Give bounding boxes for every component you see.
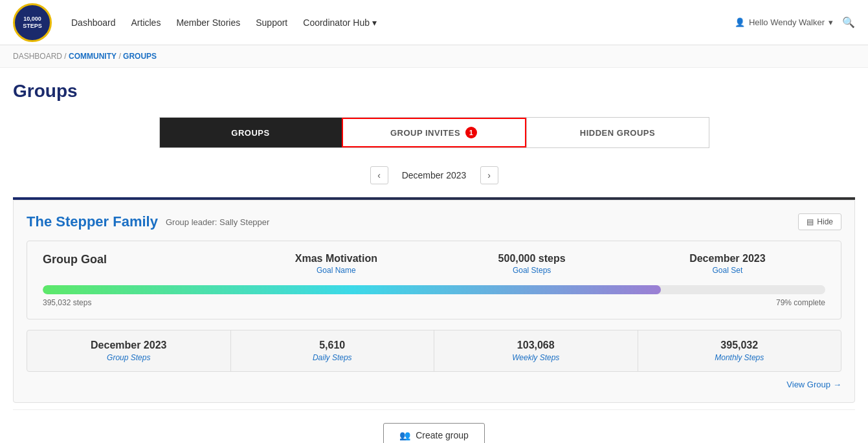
date-prev-button[interactable]: ‹: [370, 166, 388, 184]
goal-col-name: Xmas Motivation Goal Name: [238, 253, 434, 275]
user-menu[interactable]: 👤 Hello Wendy Walker ▾: [735, 17, 833, 27]
goal-col-set: December 2023 Goal Set: [630, 253, 825, 275]
tab-hidden-groups[interactable]: HIDDEN GROUPS: [526, 118, 709, 147]
stat-weekly-label: Weekly Steps: [445, 353, 627, 362]
tab-invites-label: GROUP INVITES: [390, 128, 460, 138]
nav-articles[interactable]: Articles: [131, 17, 161, 28]
chevron-down-icon: ▾: [372, 17, 377, 28]
breadcrumb-groups[interactable]: GROUPS: [123, 52, 157, 61]
tab-invites-badge: 1: [465, 127, 477, 138]
stat-daily-value: 5,610: [241, 340, 424, 351]
date-next-button[interactable]: ›: [480, 166, 498, 184]
stat-period-label: Group Steps: [38, 353, 220, 362]
nav-coordinator-hub[interactable]: Coordinator Hub ▾: [303, 17, 377, 28]
view-group-row: View Group →: [27, 380, 841, 389]
breadcrumb-community[interactable]: COMMUNITY: [69, 52, 117, 61]
arrow-right-icon: →: [833, 380, 841, 389]
group-leader: Group leader: Sally Stepper: [166, 217, 269, 227]
goal-col-title: Group Goal: [43, 253, 238, 269]
hide-label: Hide: [817, 217, 833, 226]
goal-col-steps: 500,000 steps Goal Steps: [434, 253, 630, 275]
progress-bar-fill: [43, 285, 661, 294]
create-group-section: 👥 Create group: [13, 409, 855, 443]
user-icon: 👤: [735, 17, 745, 27]
stat-monthly-label: Monthly Steps: [649, 353, 831, 362]
search-button[interactable]: 🔍: [842, 16, 855, 28]
main-nav: Dashboard Articles Member Stories Suppor…: [71, 17, 735, 28]
group-name-area: The Stepper Family Group leader: Sally S…: [27, 213, 269, 230]
view-group-link[interactable]: View Group →: [786, 380, 841, 389]
breadcrumb: DASHBOARD / COMMUNITY / GROUPS: [0, 45, 868, 68]
progress-percent: 79% complete: [776, 298, 825, 307]
create-group-label: Create group: [416, 430, 469, 440]
tab-group-invites[interactable]: GROUP INVITES 1: [342, 118, 526, 147]
goal-set-label: Goal Set: [630, 266, 825, 275]
goal-steps-label: Goal Steps: [434, 266, 630, 275]
header-right: 👤 Hello Wendy Walker ▾ 🔍: [735, 16, 855, 28]
nav-dashboard[interactable]: Dashboard: [71, 17, 116, 28]
date-label: December 2023: [399, 170, 470, 180]
progress-steps: 395,032 steps: [43, 298, 91, 307]
header: 10,000STEPS Dashboard Articles Member St…: [0, 0, 868, 45]
tabs-container: GROUPS GROUP INVITES 1 HIDDEN GROUPS: [13, 117, 855, 148]
goal-section-title: Group Goal: [43, 253, 238, 266]
group-card-wrapper: The Stepper Family Group leader: Sally S…: [13, 200, 855, 403]
stat-period: December 2023 Group Steps: [27, 330, 231, 371]
stat-monthly: 395,032 Monthly Steps: [638, 330, 841, 371]
goal-set-value: December 2023: [630, 253, 825, 265]
create-group-icon: 👥: [399, 430, 410, 440]
hide-icon: ▤: [807, 217, 814, 226]
page-title: Groups: [13, 81, 855, 102]
progress-bar-labels: 395,032 steps 79% complete: [43, 298, 825, 307]
create-group-button[interactable]: 👥 Create group: [383, 423, 485, 443]
chevron-down-icon: ▾: [829, 17, 833, 27]
hide-button[interactable]: ▤ Hide: [798, 213, 841, 230]
stat-weekly: 103,068 Weekly Steps: [434, 330, 638, 371]
date-navigator: ‹ December 2023 ›: [13, 166, 855, 184]
group-card-header: The Stepper Family Group leader: Sally S…: [27, 213, 841, 230]
stats-row: December 2023 Group Steps 5,610 Daily St…: [27, 330, 841, 372]
view-group-label: View Group: [786, 380, 830, 389]
progress-bar-container: [43, 285, 825, 294]
tabs: GROUPS GROUP INVITES 1 HIDDEN GROUPS: [159, 117, 709, 148]
page-content: Groups GROUPS GROUP INVITES 1 HIDDEN GRO…: [0, 68, 868, 443]
stat-monthly-value: 395,032: [649, 340, 831, 351]
tab-groups[interactable]: GROUPS: [160, 118, 342, 147]
user-greeting-text: Hello Wendy Walker: [749, 17, 825, 27]
goal-name-value: Xmas Motivation: [238, 253, 434, 265]
stat-weekly-value: 103,068: [445, 340, 627, 351]
group-name: The Stepper Family: [27, 213, 158, 230]
logo-image: 10,000STEPS: [13, 3, 52, 42]
goal-table: Group Goal Xmas Motivation Goal Name 500…: [27, 241, 841, 319]
logo[interactable]: 10,000STEPS: [13, 3, 52, 42]
nav-support[interactable]: Support: [256, 17, 287, 28]
goal-table-top: Group Goal Xmas Motivation Goal Name 500…: [43, 253, 825, 275]
breadcrumb-dashboard[interactable]: DASHBOARD: [13, 52, 62, 61]
stat-daily: 5,610 Daily Steps: [231, 330, 435, 371]
stat-daily-label: Daily Steps: [241, 353, 424, 362]
nav-member-stories[interactable]: Member Stories: [176, 17, 240, 28]
stat-period-value: December 2023: [38, 340, 220, 351]
goal-name-label: Goal Name: [238, 266, 434, 275]
goal-steps-value: 500,000 steps: [434, 253, 630, 265]
